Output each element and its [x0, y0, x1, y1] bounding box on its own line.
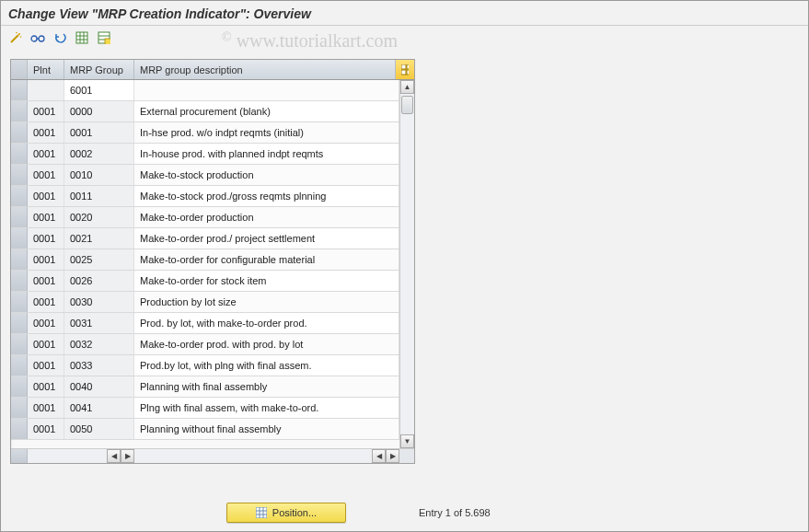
row-selector[interactable] [11, 207, 28, 227]
cell-mrp-group[interactable]: 0033 [64, 355, 134, 376]
scroll-left-fixed-icon[interactable]: ◀ [107, 449, 121, 463]
row-selector[interactable] [11, 376, 28, 397]
cell-mrp-group[interactable]: 0010 [64, 165, 134, 185]
table-row[interactable]: 00010031Prod. by lot, with make-to-order… [11, 313, 399, 334]
grid-save-icon[interactable] [73, 29, 91, 46]
wand-icon[interactable] [6, 29, 25, 46]
grid-config-icon[interactable] [95, 29, 113, 46]
table-row[interactable]: 00010010Make-to-stock production [11, 165, 399, 186]
cell-mrp-group[interactable]: 0040 [64, 376, 134, 397]
cell-description: Make-to-stock production [134, 165, 399, 185]
row-selector[interactable] [11, 419, 28, 439]
position-button-label: Position... [272, 507, 317, 518]
row-selector[interactable] [11, 398, 28, 418]
table-row[interactable]: 00010020Make-to-order production [11, 207, 399, 228]
table-row[interactable]: 00010011Make-to-stock prod./gross reqmts… [11, 186, 399, 207]
col-plnt[interactable]: Plnt [28, 60, 64, 79]
row-selector[interactable] [11, 249, 28, 270]
svg-point-4 [31, 36, 37, 41]
horizontal-scrollbar[interactable]: ◀ ▶ ◀ ▶ [11, 448, 414, 463]
cell-mrp-group[interactable]: 0041 [64, 398, 134, 418]
cell-mrp-group[interactable]: 0025 [64, 249, 134, 270]
row-selector[interactable] [11, 80, 28, 100]
table-row[interactable]: 00010040Planning with final assembly [11, 376, 399, 398]
cell-description [134, 80, 399, 100]
cell-mrp-group[interactable]: 0002 [64, 144, 134, 164]
col-description[interactable]: MRP group description [134, 60, 396, 79]
table-row[interactable]: 00010025Make-to-order for configurable m… [11, 249, 399, 271]
row-selector[interactable] [11, 101, 28, 121]
cell-description: Planning with final assembly [134, 376, 399, 397]
table-row[interactable]: 00010033Prod.by lot, with plng with fina… [11, 355, 399, 376]
row-selector[interactable] [11, 122, 28, 143]
select-all-column[interactable] [11, 60, 28, 79]
cell-description: Prod.by lot, with plng with final assem. [134, 355, 399, 376]
vertical-scrollbar[interactable]: ▲ ▼ [399, 80, 414, 448]
row-selector[interactable] [11, 144, 28, 164]
cell-description: Make-to-stock prod./gross reqmts plnning [134, 186, 399, 206]
cell-plnt: 0001 [28, 144, 64, 164]
status-text: Entry 1 of 5.698 [419, 507, 491, 518]
cell-mrp-group[interactable]: 0050 [64, 419, 134, 439]
position-button[interactable]: Position... [226, 503, 346, 523]
cell-description: Planning without final assembly [134, 419, 399, 439]
table-row[interactable]: 00010002In-house prod. with planned indp… [11, 144, 399, 165]
cell-plnt: 0001 [28, 313, 64, 333]
svg-point-1 [18, 33, 20, 35]
cell-description: Make-to-order for stock item [134, 271, 399, 291]
scroll-right-icon[interactable]: ▶ [386, 449, 399, 463]
table-row[interactable]: 00010050Planning without final assembly [11, 419, 399, 440]
mrp-table: Plnt MRP Group MRP group description 600… [10, 59, 415, 464]
svg-rect-17 [401, 70, 406, 75]
row-selector[interactable] [11, 334, 28, 354]
table-row[interactable]: 00010001In-hse prod. w/o indpt reqmts (i… [11, 122, 399, 144]
cell-description: In-house prod. with planned indpt reqmts [134, 144, 399, 164]
cell-mrp-group[interactable]: 0020 [64, 207, 134, 227]
svg-point-2 [20, 36, 22, 38]
table-row[interactable]: 00010000External procurement (blank) [11, 101, 399, 122]
table-row[interactable]: 6001 [11, 80, 399, 101]
row-selector[interactable] [11, 355, 28, 376]
cell-description: In-hse prod. w/o indpt reqmts (initial) [134, 122, 399, 143]
cell-mrp-group[interactable]: 0032 [64, 334, 134, 354]
table-config-icon[interactable] [396, 60, 414, 79]
cell-description: Prod. by lot, with make-to-order prod. [134, 313, 399, 333]
cell-mrp-group[interactable]: 0026 [64, 271, 134, 291]
row-selector[interactable] [11, 186, 28, 206]
scroll-right-fixed-icon[interactable]: ▶ [121, 449, 134, 463]
undo-icon[interactable] [51, 29, 69, 46]
page-title: Change View "MRP Creation Indicator": Ov… [1, 1, 808, 26]
scroll-thumb[interactable] [401, 96, 413, 114]
cell-plnt [28, 80, 64, 100]
glasses-icon[interactable] [29, 29, 47, 46]
cell-mrp-group[interactable]: 6001 [64, 80, 134, 100]
cell-plnt: 0001 [28, 165, 64, 185]
cell-mrp-group[interactable]: 0001 [64, 122, 134, 143]
table-row[interactable]: 00010032Make-to-order prod. with prod. b… [11, 334, 399, 355]
table-row[interactable]: 00010030Production by lot size [11, 292, 399, 313]
cell-mrp-group[interactable]: 0030 [64, 292, 134, 312]
cell-mrp-group[interactable]: 0031 [64, 313, 134, 333]
table-row[interactable]: 00010041Plng with final assem, with make… [11, 398, 399, 419]
row-selector[interactable] [11, 292, 28, 312]
table-row[interactable]: 00010026Make-to-order for stock item [11, 271, 399, 292]
cell-mrp-group[interactable]: 0021 [64, 228, 134, 249]
scroll-down-icon[interactable]: ▼ [400, 434, 414, 448]
cell-plnt: 0001 [28, 334, 64, 354]
toolbar [1, 26, 808, 50]
row-selector[interactable] [11, 228, 28, 249]
svg-line-0 [11, 35, 18, 42]
row-selector[interactable] [11, 313, 28, 333]
cell-plnt: 0001 [28, 207, 64, 227]
cell-mrp-group[interactable]: 0000 [64, 101, 134, 121]
scroll-left-icon[interactable]: ◀ [372, 449, 386, 463]
row-selector[interactable] [11, 271, 28, 291]
cell-mrp-group[interactable]: 0011 [64, 186, 134, 206]
cell-description: Production by lot size [134, 292, 399, 312]
row-selector[interactable] [11, 165, 28, 185]
scroll-up-icon[interactable]: ▲ [400, 80, 414, 94]
cell-plnt: 0001 [28, 249, 64, 270]
cell-plnt: 0001 [28, 271, 64, 291]
table-row[interactable]: 00010021Make-to-order prod./ project set… [11, 228, 399, 249]
col-mrp-group[interactable]: MRP Group [64, 60, 134, 79]
